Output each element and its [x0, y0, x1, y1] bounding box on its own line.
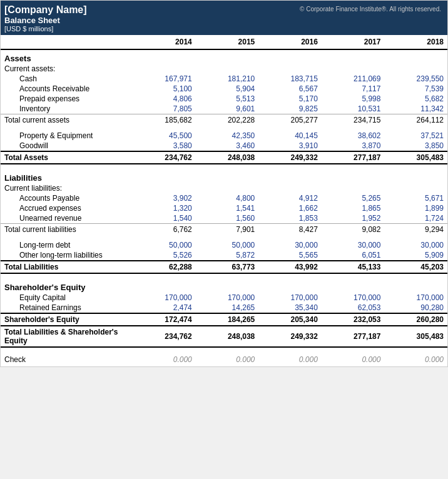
assets-cash-row: Cash 167,971 181,210 183,715 211,069 239…	[1, 74, 447, 84]
accounts-receivable-2014: 5,100	[133, 84, 196, 94]
check-2018: 0.000	[384, 353, 447, 366]
assets-cash-2016: 183,715	[258, 74, 322, 84]
total-liabilities-row: Total Liabilities 62,288 63,773 43,992 4…	[1, 261, 447, 273]
header: [Company Name] Balance Sheet [USD $ mill…	[1, 1, 447, 35]
accounts-payable-label: Accounts Payable	[1, 193, 133, 203]
header-left: [Company Name] Balance Sheet [USD $ mill…	[4, 4, 87, 33]
equity-section-header: Shareholder's Equity	[1, 279, 447, 293]
equity-capital-label: Equity Capital	[1, 293, 133, 303]
sheet-title: Balance Sheet	[4, 16, 87, 25]
total-current-liabilities-row: Total current liabilities 6,762 7,901 8,…	[1, 224, 447, 236]
spacer2	[1, 164, 447, 169]
accounts-receivable-2018: 7,539	[384, 84, 447, 94]
accounts-receivable-2016: 6,567	[258, 84, 322, 94]
goodwill-label: Goodwill	[1, 141, 133, 151]
accounts-receivable-2017: 7,117	[322, 84, 385, 94]
property-equipment-row: Property & Equipment 45,500 42,350 40,14…	[1, 131, 447, 141]
other-long-term-liabilities-label: Other long-term liabilities	[1, 250, 133, 261]
check-2016: 0.000	[258, 353, 322, 366]
assets-section-header: Assets	[1, 49, 447, 64]
spacer4	[1, 273, 447, 279]
spacer1	[1, 126, 447, 131]
accounts-receivable-label: Accounts Receivable	[1, 84, 133, 94]
year-2014: 2014	[133, 35, 196, 49]
check-2015: 0.000	[196, 353, 259, 366]
spacer5	[1, 347, 447, 353]
company-name: [Company Name]	[4, 4, 87, 16]
total-current-assets-row: Total current assets 185,682 202,228 205…	[1, 114, 447, 126]
liabilities-section-header: Liabilities	[1, 169, 447, 183]
inventory-label: Inventory	[1, 104, 133, 114]
assets-cash-2015: 181,210	[196, 74, 259, 84]
long-term-debt-label: Long-term debt	[1, 240, 133, 250]
total-liabilities-label: Total Liabilities	[1, 261, 133, 273]
currency-label: [USD $ millions]	[4, 25, 87, 33]
total-current-liabilities-label: Total current liabilities	[1, 224, 133, 236]
total-assets-label: Total Assets	[1, 151, 133, 164]
total-assets-row: Total Assets 234,762 248,038 249,332 277…	[1, 151, 447, 164]
unearned-revenue-row: Unearned revenue 1,540 1,560 1,853 1,952…	[1, 213, 447, 224]
prepaid-expenses-label: Prepaid expenses	[1, 94, 133, 104]
goodwill-row: Goodwill 3,580 3,460 3,910 3,870 3,850	[1, 141, 447, 151]
year-2015: 2015	[196, 35, 259, 49]
shareholders-equity-total-label: Shareholder's Equity	[1, 313, 133, 326]
assets-cash-2017: 211,069	[322, 74, 385, 84]
spacer3	[1, 235, 447, 240]
retained-earnings-row: Retained Earnings 2,474 14,265 35,340 62…	[1, 303, 447, 313]
shareholders-equity-total-row: Shareholder's Equity 172,474 184,265 205…	[1, 313, 447, 326]
year-2017: 2017	[322, 35, 385, 49]
copyright: © Corporate Finance Institute®. All righ…	[300, 4, 441, 13]
total-liabilities-equity-row: Total Liabilities & Shareholder's Equity…	[1, 326, 447, 347]
check-row: Check 0.000 0.000 0.000 0.000 0.000	[1, 353, 447, 366]
check-2014: 0.000	[133, 353, 196, 366]
unearned-revenue-label: Unearned revenue	[1, 213, 133, 224]
year-header-row: 2014 2015 2016 2017 2018	[1, 35, 447, 49]
accounts-payable-row: Accounts Payable 3,902 4,800 4,912 5,265…	[1, 193, 447, 203]
check-label: Check	[1, 353, 133, 366]
assets-cash-label: Cash	[1, 74, 133, 84]
current-liabilities-header: Current liabilities:	[1, 183, 447, 193]
current-assets-header: Current assets:	[1, 64, 447, 74]
other-long-term-liabilities-row: Other long-term liabilities 5,526 5,872 …	[1, 250, 447, 261]
balance-sheet-table: 2014 2015 2016 2017 2018 Assets Current …	[1, 35, 447, 366]
long-term-debt-row: Long-term debt 50,000 50,000 30,000 30,0…	[1, 240, 447, 250]
equity-capital-row: Equity Capital 170,000 170,000 170,000 1…	[1, 293, 447, 303]
accounts-receivable-row: Accounts Receivable 5,100 5,904 6,567 7,…	[1, 84, 447, 94]
property-equipment-label: Property & Equipment	[1, 131, 133, 141]
assets-cash-2018: 239,550	[384, 74, 447, 84]
inventory-row: Inventory 7,805 9,601 9,825 10,531 11,34…	[1, 104, 447, 114]
accrued-expenses-row: Accrued expenses 1,320 1,541 1,662 1,865…	[1, 203, 447, 213]
accounts-receivable-2015: 5,904	[196, 84, 259, 94]
prepaid-expenses-row: Prepaid expenses 4,806 5,513 5,170 5,998…	[1, 94, 447, 104]
total-liabilities-equity-label: Total Liabilities & Shareholder's Equity	[1, 326, 133, 347]
total-current-assets-label: Total current assets	[1, 114, 133, 126]
assets-cash-2014: 167,971	[133, 74, 196, 84]
retained-earnings-label: Retained Earnings	[1, 303, 133, 313]
year-2016: 2016	[258, 35, 322, 49]
check-2017: 0.000	[322, 353, 385, 366]
accrued-expenses-label: Accrued expenses	[1, 203, 133, 213]
year-2018: 2018	[384, 35, 447, 49]
